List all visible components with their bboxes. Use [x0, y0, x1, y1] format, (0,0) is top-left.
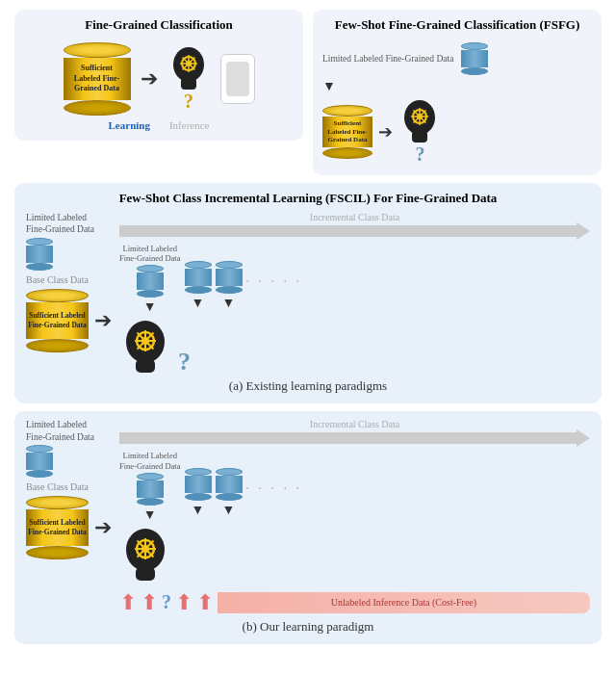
our-brain-icon — [119, 527, 172, 584]
our-pink-arr3: ⬆ — [175, 590, 192, 615]
fsfg-box: Few-Shot Fine-Grained Classification (FS… — [313, 10, 602, 175]
fsfg-brain-icon — [398, 98, 442, 146]
our-limited-label: Limited LabeledFine-Grained Data — [26, 419, 94, 443]
fscil-down-a: ▼ — [143, 299, 157, 315]
fgc-cyl-body: Sufficient Labeled Fine-Grained Data — [64, 58, 131, 100]
fscil-inner: Limited LabeledFine-Grained Data Base Cl… — [26, 212, 590, 376]
fscil-right: Incremental Class Data Limited LabeledFi… — [119, 212, 590, 376]
fscil-box: Few-Shot Class Incremental Learning (FSC… — [14, 183, 602, 403]
svg-rect-9 — [412, 131, 427, 143]
our-big-arrow: ➔ — [94, 515, 112, 540]
fscil-down-c: ▼ — [222, 296, 236, 311]
fscil-ltd-lbl2: Limited LabeledFine-Grained Data — [119, 244, 181, 263]
fsfg-bottom-row: Sufficient Labeled Fine-Grained Data ➔ — [322, 98, 442, 166]
our-limited-col: Limited LabeledFine-Grained Data ▼ — [119, 451, 181, 522]
svg-rect-25 — [136, 567, 155, 581]
fgc-qmark: ? — [184, 91, 193, 113]
fsfg-limited-label: Limited Labeled Fine-Grained Data — [322, 53, 453, 65]
fgc-yellow-cylinder: Sufficient Labeled Fine-Grained Data — [64, 42, 131, 116]
svg-rect-1 — [181, 78, 196, 90]
top-section: Fine-Grained Classification Sufficient L… — [14, 10, 602, 175]
our-yellow-row: Sufficient Labeled Fine-Grained Data ➔ — [26, 496, 112, 559]
fscil-yellow-label: Sufficient Labeled Fine-Grained Data — [27, 311, 88, 330]
our-cyl-c-col: ▼ — [216, 468, 243, 518]
our-pink-arr4: ⬆ — [196, 590, 214, 615]
our-incremental-label: Incremental Class Data — [310, 419, 399, 429]
our-cyl-c — [216, 468, 243, 501]
fscil-base-label: Base Class Data — [26, 274, 89, 285]
fscil-cyl-row — [26, 238, 53, 271]
our-dots: . . . . . — [246, 478, 303, 493]
our-ltd-lbl: Limited LabeledFine-Grained Data — [119, 451, 181, 470]
our-inc-arrow — [119, 429, 590, 447]
our-cyl-a — [137, 473, 164, 506]
fsfg-inner: Limited Labeled Fine-Grained Data ▼ — [322, 42, 592, 166]
our-left: Limited LabeledFine-Grained Data Base Cl… — [26, 419, 112, 559]
fscil-qmark: ? — [178, 348, 191, 376]
our-pink-arr1: ⬆ — [119, 590, 137, 615]
our-cyls-row: Limited LabeledFine-Grained Data ▼ ▼ — [119, 451, 590, 522]
fscil-cyl-c-col: ▼ — [216, 261, 243, 311]
fgc-cyl-top — [64, 42, 131, 58]
fgc-box: Fine-Grained Classification Sufficient L… — [14, 10, 303, 141]
fscil-limited-group: Limited LabeledFine-Grained Data — [26, 212, 94, 271]
fsfg-small-cylinder — [461, 42, 488, 75]
our-limited-group: Limited LabeledFine-Grained Data — [26, 419, 94, 478]
our-yellow-cyl: Sufficient Labeled Fine-Grained Data — [26, 496, 89, 559]
our-base-label: Base Class Data — [26, 481, 89, 492]
fscil-dots: . . . . . — [246, 271, 303, 286]
fgc-brain-icon — [167, 45, 211, 93]
our-pink-qmark: ? — [162, 591, 171, 613]
fgc-learning-label: Learning — [109, 119, 150, 131]
fgc-arrow: ➔ — [141, 66, 158, 91]
our-yellow-label: Sufficient Labeled Fine-Grained Data — [27, 518, 88, 537]
fscil-yellow-cyl: Sufficient Labeled Fine-Grained Data — [26, 289, 89, 352]
our-brain-row — [119, 527, 590, 584]
fscil-brain-row: ? — [119, 319, 590, 376]
fgc-cyl-bottom — [64, 100, 131, 116]
svg-rect-17 — [136, 359, 155, 373]
fgc-cylinder-group: Sufficient Labeled Fine-Grained Data — [64, 42, 131, 116]
fscil-cyl-c — [216, 261, 243, 294]
fscil-title: Few-Shot Class Incremental Learning (FSC… — [119, 191, 498, 206]
fgc-inner: Sufficient Labeled Fine-Grained Data ➔ — [64, 42, 255, 116]
fsfg-arrow: ➔ — [378, 121, 393, 143]
fscil-left: Limited LabeledFine-Grained Data Base Cl… — [26, 212, 112, 352]
fsfg-title: Few-Shot Fine-Grained Classification (FS… — [335, 17, 580, 33]
fgc-cyl-label: Sufficient Labeled Fine-Grained Data — [64, 64, 130, 93]
fscil-inc-arrow — [119, 222, 590, 240]
fscil-cyl-b-col: ▼ — [185, 261, 212, 311]
fsfg-yellow-cylinder: Sufficient Labeled Fine-Grained Data — [322, 105, 372, 159]
our-down-b: ▼ — [192, 503, 205, 518]
our-pink-shaft: Unlabeled Inference Data (Cost-Free) — [218, 592, 590, 613]
fscil-brain-icon — [119, 319, 172, 376]
fscil-cyl1 — [26, 238, 53, 271]
fscil-incremental: Incremental Class Data — [119, 212, 590, 240]
our-down-a: ▼ — [143, 507, 157, 523]
our-caption: (b) Our learning paradigm — [243, 619, 374, 635]
fscil-caption: (a) Existing learning paradigms — [229, 378, 387, 394]
fscil-limited-label: Limited LabeledFine-Grained Data — [26, 212, 94, 236]
fsfg-qmark: ? — [416, 143, 425, 166]
fscil-incremental-label: Incremental Class Data — [310, 212, 399, 222]
our-box: Limited LabeledFine-Grained Data Base Cl… — [14, 411, 602, 643]
our-inference-label: Unlabeled Inference Data (Cost-Free) — [331, 597, 476, 608]
our-cyl-b — [185, 468, 212, 501]
our-right: Incremental Class Data Limited LabeledFi… — [119, 419, 590, 614]
our-cyl-b-col: ▼ — [185, 468, 212, 518]
fgc-brain-group: ? — [167, 45, 211, 113]
fsfg-yellow-label: Sufficient Labeled Fine-Grained Data — [323, 119, 372, 143]
our-cyl1 — [26, 445, 53, 478]
our-pink-row: ⬆ ⬆ ? ⬆ ⬆ Unlabeled Inference Data (Cost… — [119, 590, 590, 615]
fscil-cyl-a — [137, 265, 164, 298]
our-pink-arr2: ⬆ — [141, 590, 158, 615]
fscil-down-b: ▼ — [192, 296, 205, 311]
our-incremental: Incremental Class Data — [119, 419, 590, 447]
fscil-cyl-b — [185, 261, 212, 294]
fscil-cyls-row: Limited LabeledFine-Grained Data ▼ ▼ — [119, 244, 590, 315]
our-down-c: ▼ — [222, 503, 236, 518]
fsfg-top-row: Limited Labeled Fine-Grained Data — [322, 42, 488, 75]
fscil-yellow-row: Sufficient Labeled Fine-Grained Data ➔ — [26, 289, 112, 352]
fgc-labels: Learning Inference — [109, 119, 210, 131]
fgc-inference-label: Inference — [169, 119, 210, 131]
